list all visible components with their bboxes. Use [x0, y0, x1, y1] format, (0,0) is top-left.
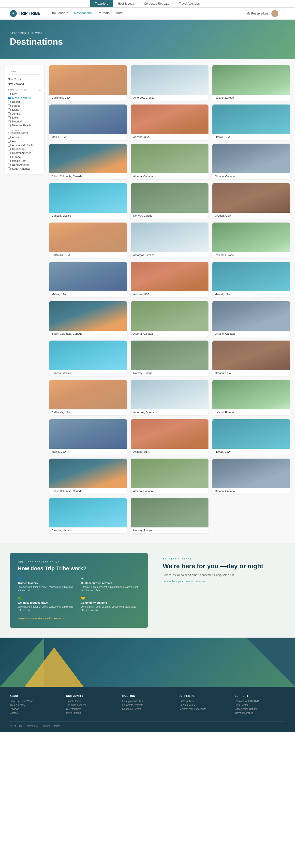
avatar[interactable]	[271, 10, 278, 17]
suppliers-list-venue[interactable]: List Your Venue	[178, 704, 229, 707]
search-input[interactable]	[8, 68, 41, 74]
destination-card[interactable]: Arizona, USA	[131, 419, 208, 455]
filter-south-america[interactable]: South America	[8, 167, 41, 170]
community-invite[interactable]: Invite Friends	[66, 712, 117, 714]
support-help-center[interactable]: Help Center	[235, 704, 285, 707]
destination-card[interactable]: Arizona, USA	[131, 104, 208, 140]
destination-card[interactable]: Maine, USA	[49, 419, 127, 455]
destination-card[interactable]: British Columbia, Canada	[49, 459, 127, 494]
destination-card[interactable]: Norway, Europe	[131, 183, 208, 219]
nav-trip-leaders[interactable]: Trip Leaders	[51, 11, 68, 16]
filter-mountain[interactable]: Mountain	[8, 120, 41, 123]
destination-label: Norway, Europe	[131, 527, 208, 533]
community-travel-stories[interactable]: Travel Stories	[66, 700, 117, 703]
nav-links: Trip Leaders Destinations Retreats More	[51, 11, 247, 16]
destination-card[interactable]: Ontario, Canada	[212, 301, 290, 337]
top-bar-travellers[interactable]: Travellers	[90, 0, 113, 7]
travel-anxieties-link[interactable]: Let's relieve your travel anxieties →	[163, 580, 285, 583]
destination-card[interactable]: Norway, Europe	[131, 341, 208, 376]
destination-card[interactable]: Iceland, Europe	[212, 65, 290, 100]
support-insurance[interactable]: Travel Insurance	[235, 712, 285, 714]
destination-card[interactable]: British Columbia, Canada	[49, 301, 127, 337]
nav-destinations[interactable]: Destinations	[74, 11, 92, 16]
top-bar-travel-agencies[interactable]: Travel Agencies	[174, 0, 205, 7]
destination-card[interactable]: Oregon, USA	[212, 183, 290, 219]
suppliers-register[interactable]: Register Your Experience	[178, 708, 229, 710]
destination-card[interactable]: Ontario, Canada	[212, 144, 290, 179]
destination-card[interactable]: Ontario, Canada	[212, 459, 290, 494]
destination-label: Ontario, Canada	[212, 173, 290, 179]
destination-card[interactable]: British Columbia, Canada	[49, 144, 127, 179]
my-reservations-link[interactable]: My Reservations	[247, 12, 268, 15]
destination-card[interactable]: Amorgos, Greece	[131, 65, 208, 100]
hero-discover: DISCOVER THE WORLD	[10, 32, 285, 35]
about-trust-safety[interactable]: Trust & Safety	[10, 704, 60, 707]
filter-caribbean[interactable]: Caribbean	[8, 148, 41, 151]
destination-card[interactable]: Norway, Europe	[131, 498, 208, 533]
community-leaders[interactable]: Trip Tribe Leaders	[66, 704, 117, 707]
destination-label: British Columbia, Canada	[49, 488, 127, 494]
support-covid[interactable]: Updates for COVID-19	[235, 700, 285, 703]
destination-card[interactable]: Hawaii, USA	[212, 262, 290, 297]
filter-africa[interactable]: Africa	[8, 136, 41, 139]
filter-city[interactable]: City	[8, 92, 41, 95]
destination-card[interactable]: Alberta, Canada	[131, 301, 208, 337]
top-bar-host-lead[interactable]: Host & Lead	[113, 0, 139, 7]
menu-dots[interactable]: ⋮	[281, 11, 285, 16]
footer-terms[interactable]: Terms	[54, 725, 60, 727]
destination-image	[212, 301, 290, 331]
support-cancellation[interactable]: Cancellation Options	[235, 708, 285, 710]
how-right-panel: TRUSTED SUPPORT We're here for you —day …	[163, 553, 285, 628]
destination-card[interactable]: Oregon, USA	[212, 341, 290, 376]
filter-europe[interactable]: Europe	[8, 155, 41, 158]
suggestion-new-york[interactable]: New Yo✕	[8, 77, 41, 82]
hosting-resource[interactable]: Resource Centre	[123, 708, 173, 710]
destination-card[interactable]: Cancun, Mexico	[49, 183, 127, 219]
filter-lake[interactable]: Lake	[8, 116, 41, 119]
community-members[interactable]: Our Members	[66, 708, 117, 710]
destination-card[interactable]: Amorgos, Greece	[131, 222, 208, 258]
destination-card[interactable]: Alberta, Canada	[131, 144, 208, 179]
suppliers-our[interactable]: Our Suppliers	[178, 700, 229, 703]
destination-card[interactable]: Cancun, Mexico	[49, 498, 127, 533]
filter-desert[interactable]: Desert	[8, 100, 41, 103]
filter-jungle[interactable]: Jungle	[8, 112, 41, 115]
destination-card[interactable]: Arizona, USA	[131, 262, 208, 297]
destination-card[interactable]: Maine, USA	[49, 262, 127, 297]
filter-asia[interactable]: Asia	[8, 140, 41, 143]
nav-retreats[interactable]: Retreats	[98, 11, 110, 16]
about-how-works[interactable]: How Trip Tribe Works	[10, 700, 60, 703]
logo[interactable]: ✦ TRIP TRIBE	[10, 10, 40, 17]
destination-card[interactable]: Alberta, Canada	[131, 459, 208, 494]
hosting-corporate[interactable]: Corporate Retreats	[123, 704, 173, 707]
destination-card[interactable]: California, USA	[49, 65, 127, 100]
suggestion-new-zealand[interactable]: New Zealand	[8, 82, 41, 86]
filter-north-america[interactable]: North America	[8, 163, 41, 166]
destination-card[interactable]: Maine, USA	[49, 104, 127, 140]
filter-near-beach[interactable]: Near the Beach	[8, 124, 41, 127]
filter-middle-east[interactable]: Middle East	[8, 159, 41, 162]
footer-adventure[interactable]: Adventure	[27, 725, 38, 727]
filter-australia[interactable]: Australia & Pacific	[8, 144, 41, 147]
destination-card[interactable]: Hawaii, USA	[212, 104, 290, 140]
filter-central-america[interactable]: Central America	[8, 152, 41, 154]
nav-more[interactable]: More	[116, 11, 123, 16]
destination-card[interactable]: Iceland, Europe	[212, 380, 290, 415]
destination-card[interactable]: Amorgos, Greece	[131, 380, 208, 415]
filter-island[interactable]: Island	[8, 108, 41, 111]
learn-more-link[interactable]: Learn how we make travelling easier →	[18, 617, 140, 620]
destination-card[interactable]: Iceland, Europe	[212, 222, 290, 258]
destination-card[interactable]: California, USA	[49, 380, 127, 415]
top-bar-corporate[interactable]: Corporate Retreats	[139, 0, 174, 7]
filter-forest[interactable]: Forest	[8, 104, 41, 107]
filter-close-to-nature[interactable]: Close to Nature	[8, 96, 41, 99]
destination-card[interactable]: California, USA	[49, 222, 127, 258]
destination-card[interactable]: Hawaii, USA	[212, 419, 290, 455]
footer-privacy[interactable]: Privacy	[41, 725, 50, 727]
destination-image	[49, 183, 127, 213]
about-contact[interactable]: Contact	[10, 712, 60, 714]
destination-image	[49, 419, 127, 449]
destination-card[interactable]: Cancun, Mexico	[49, 341, 127, 376]
about-reviews[interactable]: Reviews	[10, 708, 60, 710]
hosting-own-trip[interactable]: Host your own Trip	[123, 700, 173, 703]
